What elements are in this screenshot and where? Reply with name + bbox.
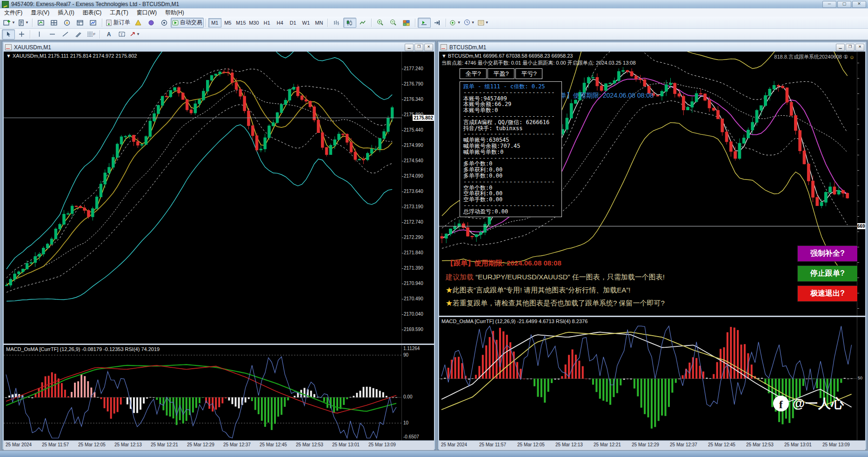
navigator-button[interactable] (61, 18, 74, 28)
main-pane: ▼ XAUUSDm,M1 2175.111 2175.814 2174.972 … (4, 52, 434, 344)
price-label: 2169.590 (404, 327, 423, 332)
zoom-out-button[interactable] (387, 18, 400, 28)
price-chart-area[interactable]: ▼ BTCUSDm,M1 66996.67 67038.58 66958.23 … (439, 52, 857, 316)
horizontal-line-button[interactable] (46, 29, 59, 40)
terminal-button[interactable] (74, 18, 87, 28)
tile-windows-button[interactable] (400, 18, 413, 28)
info-icon[interactable]: ① (843, 54, 848, 60)
menu-item-4[interactable]: 工具(T) (106, 8, 132, 17)
bar-chart-button[interactable] (330, 18, 343, 28)
time-label: 25 Mar 12:45 (260, 442, 287, 447)
price-label: 2175.440 (404, 127, 423, 132)
macd-axis[interactable]: 1.11264900.0010-0.6507 (401, 345, 434, 440)
periods-button[interactable]: ▼ (462, 18, 476, 28)
child-restore-button[interactable]: ❐ (846, 44, 855, 51)
price-label: 2172.740 (404, 219, 423, 225)
menu-item-0[interactable]: 文件(F) (0, 8, 27, 17)
child-minimize-button[interactable]: ▁ (836, 44, 845, 51)
sounds-button[interactable] (158, 18, 171, 28)
time-label: 25 Mar 12:37 (223, 442, 251, 447)
text-label-button[interactable]: T (115, 29, 128, 40)
minimize-button[interactable]: ─ (822, 1, 836, 8)
macd-axis[interactable]: 50 (857, 317, 865, 440)
templates-button[interactable]: ▼ (476, 18, 490, 28)
fibonacci-button[interactable]: F (85, 29, 98, 40)
flat-button-0[interactable]: 全平? (460, 68, 487, 79)
child-close-button[interactable]: ✕ (424, 44, 433, 51)
timeframe-m1-button[interactable]: M1 (208, 18, 221, 27)
star-icon: ★ (446, 299, 453, 307)
chevron-down-icon: ▼ (457, 20, 461, 25)
profiles-button[interactable]: ▼ (17, 18, 30, 28)
smiley-icon[interactable]: ☺ (849, 54, 855, 60)
chart-window-titlebar[interactable]: XAUUSDm,M1 ▁ ❐ ✕ (4, 43, 434, 52)
menu-item-2[interactable]: 插入(I) (53, 8, 78, 17)
close-button[interactable]: ✕ (852, 1, 866, 8)
text-button[interactable]: A (102, 29, 115, 40)
new-order-button[interactable]: 新订单 (105, 18, 132, 28)
candlestick-chart-button[interactable] (343, 18, 356, 28)
timeframe-m5-button[interactable]: M5 (221, 18, 234, 27)
timeframe-h1-button[interactable]: H1 (260, 18, 274, 27)
timeframe-mn-button[interactable]: MN (313, 18, 326, 27)
macd-chart-area[interactable]: MACD_OsMA [CurrTF] (12,26,9) -0.08179 -0… (4, 345, 402, 440)
timeframe-h4-button[interactable]: H4 (274, 18, 287, 27)
time-axis[interactable]: 25 Mar 202425 Mar 11:5725 Mar 12:0525 Ma… (4, 440, 434, 450)
menu-item-5[interactable]: 窗口(W) (133, 8, 161, 17)
axis-tick (857, 216, 859, 217)
cursor-button[interactable] (2, 29, 15, 40)
menu-item-6[interactable]: 帮助(H) (161, 8, 188, 17)
crosshair-button[interactable] (15, 29, 28, 40)
price-chart-area[interactable]: ▼ XAUUSDm,M1 2175.111 2175.814 2174.972 … (4, 52, 402, 344)
maximize-button[interactable]: ▢ (837, 1, 851, 8)
chart-window-titlebar[interactable]: BTCUSDm,M1 ▁ ❐ ✕ (439, 43, 865, 52)
notice-line-2: ★若重复跟单，请检查其他图表是否也加载了跟单系统? 保留一个即可? (446, 299, 665, 308)
trendline-button[interactable] (59, 29, 72, 40)
time-label: 25 Mar 2024 (6, 442, 32, 447)
price-axis[interactable]: 66958 (857, 52, 865, 316)
collapse-arrow-icon[interactable]: ▼ (441, 53, 447, 59)
autotrading-button[interactable]: 自动交易 (171, 18, 204, 28)
time-label: 25 Mar 12:53 (746, 442, 774, 447)
timeframe-w1-button[interactable]: W1 (300, 18, 313, 27)
new-chart-button[interactable]: ▼ (2, 18, 17, 28)
child-restore-button[interactable]: ❐ (414, 44, 423, 51)
price-label: 2173.190 (404, 204, 423, 209)
time-label: 25 Mar 13:01 (784, 442, 812, 447)
arrows-button[interactable]: ▼ (128, 29, 141, 40)
indicators-button[interactable]: ▼ (448, 18, 462, 28)
child-minimize-button[interactable]: ▁ (405, 44, 414, 51)
auto-scroll-button[interactable] (418, 18, 431, 28)
alerts-button[interactable] (145, 18, 158, 28)
action-button-1[interactable]: 停止跟单? (797, 265, 857, 282)
collapse-arrow-icon[interactable]: ▼ (6, 53, 11, 59)
star-icon: ★ (446, 286, 453, 294)
timeframe-m15-button[interactable]: M15 (234, 18, 247, 27)
menu-item-3[interactable]: 图表(C) (79, 8, 106, 17)
strategy-tester-button[interactable] (87, 18, 100, 28)
metaeditor-button[interactable] (132, 18, 145, 28)
channel-button[interactable] (72, 29, 85, 40)
action-button-2[interactable]: 极速退出? (797, 285, 857, 302)
market-watch-button[interactable] (35, 18, 48, 28)
current-price-line (439, 226, 857, 226)
window-titlebar[interactable]: 9457409: Exness-Real7 - Exness Technolog… (0, 0, 868, 8)
zoom-in-button[interactable] (374, 18, 387, 28)
action-button-0[interactable]: 强制补全? (797, 245, 857, 262)
flat-button-1[interactable]: 平盈? (487, 68, 514, 79)
line-chart-button[interactable] (356, 18, 369, 28)
menu-item-1[interactable]: 显示(V) (27, 8, 53, 17)
timeframe-d1-button[interactable]: D1 (287, 18, 300, 27)
time-label: 25 Mar 12:29 (632, 442, 659, 447)
timeframe-m30-button[interactable]: M30 (247, 18, 260, 27)
price-axis[interactable]: 2175.802 2177.2402176.7902176.3402175.89… (401, 52, 434, 344)
child-close-button[interactable]: ✕ (855, 44, 864, 51)
flat-button-2[interactable]: 平亏? (515, 68, 542, 79)
macd-chart-area[interactable]: MACD_OsMA [CurrTF] (12,26,9) -21.6499 4.… (439, 317, 857, 440)
facebook-icon: f (773, 396, 789, 411)
data-window-button[interactable] (48, 18, 61, 28)
vertical-line-button[interactable] (33, 29, 46, 40)
chevron-down-icon: ▼ (136, 32, 140, 36)
time-axis[interactable]: 25 Mar 202425 Mar 11:5725 Mar 12:0525 Ma… (439, 440, 865, 450)
chart-shift-button[interactable] (431, 18, 444, 28)
